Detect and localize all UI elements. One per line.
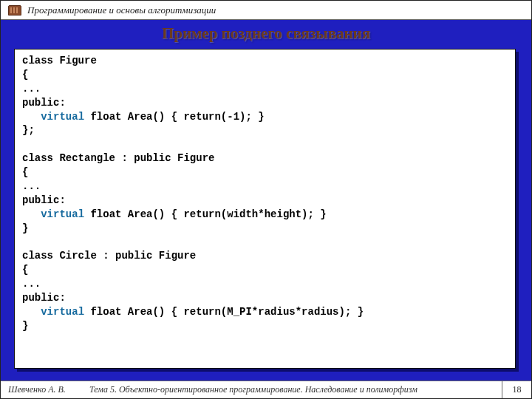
code-text-2: float Area() { return(-1); } }; class Re… bbox=[22, 111, 265, 220]
footer-bar: Шевченко А. В. Тема 5. Объектно-ориентир… bbox=[1, 381, 531, 398]
keyword-virtual-1: virtual bbox=[41, 111, 84, 123]
keyword-virtual-2: virtual bbox=[41, 208, 84, 220]
slide-page: Программирование и основы алгоритмизации… bbox=[0, 0, 532, 399]
code-text-3: float Area() { return(width*height); } }… bbox=[22, 208, 327, 318]
logo-icon bbox=[8, 5, 21, 16]
code-block: class Figure { ... public: virtual float… bbox=[14, 49, 516, 369]
slide-body: Пример позднего связывания class Figure … bbox=[1, 20, 531, 381]
footer-author: Шевченко А. В. bbox=[1, 384, 89, 395]
top-bar: Программирование и основы алгоритмизации bbox=[1, 1, 531, 20]
page-number: 18 bbox=[502, 381, 531, 398]
keyword-virtual-3: virtual bbox=[41, 306, 84, 318]
title-area: Пример позднего связывания bbox=[1, 20, 531, 49]
slide-title: Пример позднего связывания bbox=[1, 24, 531, 49]
code-container: class Figure { ... public: virtual float… bbox=[14, 49, 518, 381]
footer-topic: Тема 5. Объектно-ориентированное програм… bbox=[89, 384, 502, 395]
course-title: Программирование и основы алгоритмизации bbox=[27, 4, 216, 16]
